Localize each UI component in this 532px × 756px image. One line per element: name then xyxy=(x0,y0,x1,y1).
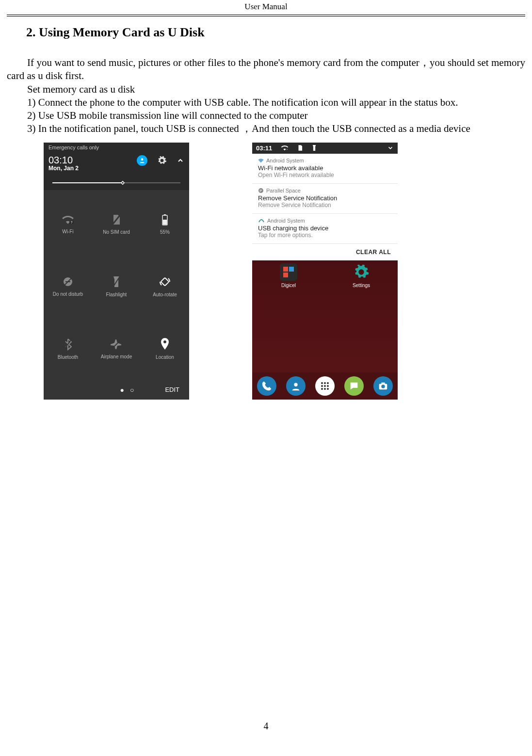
svg-rect-21 xyxy=(283,273,288,277)
notif-source: Android System xyxy=(267,218,305,224)
paragraph-step2: 2) Use USB mobile transmission line will… xyxy=(7,109,525,122)
header-rule-2 xyxy=(7,16,525,16)
svg-point-24 xyxy=(324,382,326,384)
tile-wifi[interactable]: ? Wi-Fi xyxy=(44,193,92,256)
screenshot-notifications: 03:11 ? Android xyxy=(252,143,398,400)
status-bar-text: Emergency calls only xyxy=(44,143,189,152)
app-label: Digicel xyxy=(281,283,296,288)
tile-label: Bluetooth xyxy=(58,354,78,360)
notif-sub: Open Wi-Fi network available xyxy=(258,172,392,178)
paragraph-step3: 3) In the notification panel, touch USB … xyxy=(7,122,525,135)
tile-label: Flashlight xyxy=(106,292,127,297)
qs-clock: 03:10 xyxy=(48,155,79,165)
notification-parallel[interactable]: P Parallel Space Remove Service Notifica… xyxy=(252,184,398,214)
notif-sub: Remove Service Notification xyxy=(258,202,392,209)
svg-rect-34 xyxy=(381,382,385,384)
phone-icon[interactable] xyxy=(257,376,276,396)
wifi-small-icon xyxy=(258,158,264,163)
tile-label: Do not disturb xyxy=(53,291,83,297)
flashlight-icon xyxy=(113,275,120,288)
svg-point-0 xyxy=(141,158,144,161)
gear-icon[interactable] xyxy=(157,156,167,165)
svg-point-27 xyxy=(324,385,326,387)
qs-date: Mon, Jan 2 xyxy=(48,165,79,172)
apps-icon[interactable] xyxy=(315,376,335,396)
autorotate-icon xyxy=(159,275,171,288)
svg-rect-7 xyxy=(163,220,167,225)
tile-label: Auto-rotate xyxy=(153,292,177,297)
airplane-icon xyxy=(111,338,122,350)
android-icon xyxy=(258,218,265,223)
svg-rect-12 xyxy=(161,278,169,286)
notification-usb[interactable]: Android System USB charging this device … xyxy=(252,214,398,244)
svg-rect-19 xyxy=(283,267,288,272)
svg-rect-20 xyxy=(289,267,294,272)
svg-text:?: ? xyxy=(71,220,73,224)
qs-header: 03:10 Mon, Jan 2 xyxy=(44,152,189,179)
notif-sub: Tap for more options. xyxy=(258,232,392,239)
wifi-icon: ? xyxy=(62,214,74,225)
tile-label: Airplane mode xyxy=(101,354,132,359)
app-settings[interactable]: Settings xyxy=(353,263,370,288)
tile-battery[interactable]: 55% xyxy=(141,193,189,256)
messages-icon[interactable] xyxy=(344,376,364,396)
status-bar-2: 03:11 ? xyxy=(252,143,398,154)
paragraph-set: Set memory card as u disk xyxy=(7,83,525,96)
status-clock: 03:11 xyxy=(256,145,272,152)
contacts-icon[interactable] xyxy=(286,376,306,396)
notif-title: Wi-Fi network available xyxy=(258,164,392,172)
location-icon xyxy=(160,338,170,351)
tile-dnd[interactable]: Do not disturb xyxy=(44,255,92,318)
notification-wifi[interactable]: Android System Wi-Fi network available O… xyxy=(252,154,398,184)
tile-autorotate[interactable]: Auto-rotate xyxy=(141,255,189,318)
paragraph-intro: If you want to send music, pictures or o… xyxy=(7,56,525,83)
app-digicel[interactable]: Digicel xyxy=(280,263,297,288)
tile-bluetooth[interactable]: Bluetooth xyxy=(44,318,92,380)
doc-header-title: User Manual xyxy=(0,0,532,15)
tile-flashlight[interactable]: Flashlight xyxy=(92,255,141,318)
wifi-status-icon: ? xyxy=(281,145,289,151)
tile-airplane[interactable]: Airplane mode xyxy=(92,318,141,380)
page-indicator: ● ○ xyxy=(120,386,136,394)
dnd-icon xyxy=(62,276,74,288)
user-avatar-icon[interactable] xyxy=(137,155,147,166)
header-rule-1 xyxy=(7,15,525,15)
chevron-up-icon[interactable] xyxy=(177,157,184,164)
camera-icon[interactable] xyxy=(373,376,393,396)
tile-label: Wi-Fi xyxy=(62,229,73,234)
page-number: 4 xyxy=(0,721,532,732)
svg-point-26 xyxy=(321,385,323,387)
edit-button[interactable]: EDIT xyxy=(165,386,179,393)
screenshot-quicksettings: Emergency calls only 03:10 Mon, Jan 2 xyxy=(44,143,189,400)
brightness-slider[interactable] xyxy=(44,179,189,190)
svg-point-23 xyxy=(321,382,323,384)
notif-source: Parallel Space xyxy=(266,188,301,193)
svg-point-31 xyxy=(327,388,329,390)
dock xyxy=(252,372,398,400)
no-sim-icon xyxy=(112,214,121,225)
notif-title: Remove Service Notification xyxy=(258,194,392,202)
parallel-icon: P xyxy=(258,188,264,193)
sim-status-icon xyxy=(297,145,303,151)
tile-sim[interactable]: No SIM card xyxy=(92,193,141,256)
tile-location[interactable]: Location xyxy=(141,318,189,380)
clear-all-button[interactable]: CLEAR ALL xyxy=(252,244,398,260)
tile-label: Location xyxy=(156,354,174,360)
tile-label: No SIM card xyxy=(103,229,130,235)
bluetooth-icon xyxy=(64,338,72,351)
battery-icon xyxy=(161,214,168,225)
flashlight-status-icon xyxy=(312,145,317,151)
svg-point-25 xyxy=(327,382,329,384)
chevron-down-icon[interactable] xyxy=(387,145,394,151)
svg-point-29 xyxy=(321,388,323,390)
svg-point-22 xyxy=(294,383,297,386)
tile-label: 55% xyxy=(160,229,170,235)
home-background: Digicel Settings xyxy=(252,260,398,400)
paragraph-step1: 1) Connect the phone to the computer wit… xyxy=(7,96,525,109)
notif-source: Android System xyxy=(266,158,304,163)
brightness-thumb-icon[interactable] xyxy=(118,178,128,188)
svg-point-28 xyxy=(327,385,329,387)
screenshot-row: Emergency calls only 03:10 Mon, Jan 2 xyxy=(7,143,525,400)
body-text-block: If you want to send music, pictures or o… xyxy=(7,56,525,136)
svg-point-1 xyxy=(122,182,124,183)
